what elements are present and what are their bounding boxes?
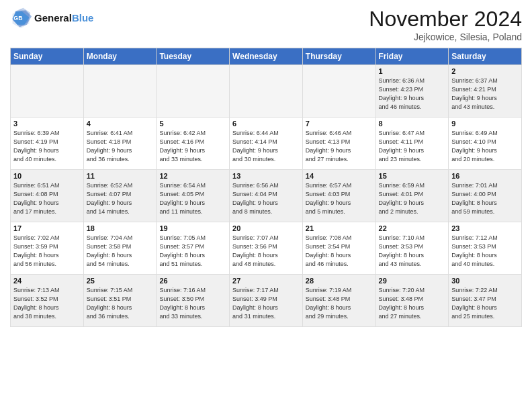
table-row: 28Sunrise: 7:19 AM Sunset: 3:48 PM Dayli… — [302, 275, 375, 327]
col-monday: Monday — [83, 48, 157, 65]
day-number: 20 — [232, 224, 300, 232]
calendar-container: GB GeneralBlue November 2024 Jejkowice, … — [0, 0, 532, 411]
day-number: 15 — [379, 172, 446, 180]
table-row: 2Sunrise: 6:37 AM Sunset: 4:21 PM Daylig… — [449, 65, 522, 118]
table-row: 20Sunrise: 7:07 AM Sunset: 3:56 PM Dayli… — [230, 222, 303, 275]
day-number: 7 — [306, 120, 373, 128]
logo-general: General — [34, 12, 72, 24]
table-row: 22Sunrise: 7:10 AM Sunset: 3:53 PM Dayli… — [375, 222, 449, 275]
day-info: Sunrise: 7:04 AM Sunset: 3:58 PM Dayligh… — [87, 234, 154, 269]
day-info: Sunrise: 6:39 AM Sunset: 4:19 PM Dayligh… — [13, 129, 81, 164]
table-row: 1Sunrise: 6:36 AM Sunset: 4:23 PM Daylig… — [375, 65, 449, 118]
logo: GB GeneralBlue — [10, 7, 93, 28]
day-number: 1 — [379, 67, 446, 75]
table-row: 14Sunrise: 6:57 AM Sunset: 4:03 PM Dayli… — [302, 170, 375, 222]
day-info: Sunrise: 6:56 AM Sunset: 4:04 PM Dayligh… — [232, 181, 300, 216]
table-row: 12Sunrise: 6:54 AM Sunset: 4:05 PM Dayli… — [157, 170, 230, 222]
table-row: 13Sunrise: 6:56 AM Sunset: 4:04 PM Dayli… — [230, 170, 303, 222]
table-row: 10Sunrise: 6:51 AM Sunset: 4:08 PM Dayli… — [11, 170, 84, 222]
col-sunday: Sunday — [11, 48, 84, 65]
calendar-week-row: 3Sunrise: 6:39 AM Sunset: 4:19 PM Daylig… — [11, 118, 522, 170]
table-row: 18Sunrise: 7:04 AM Sunset: 3:58 PM Dayli… — [83, 222, 157, 275]
day-number: 4 — [87, 120, 154, 128]
calendar-week-row: 1Sunrise: 6:36 AM Sunset: 4:23 PM Daylig… — [11, 65, 522, 118]
table-row: 8Sunrise: 6:47 AM Sunset: 4:11 PM Daylig… — [375, 118, 449, 170]
day-info: Sunrise: 7:05 AM Sunset: 3:57 PM Dayligh… — [159, 234, 226, 269]
day-number: 19 — [159, 224, 226, 232]
table-row: 11Sunrise: 6:52 AM Sunset: 4:07 PM Dayli… — [83, 170, 157, 222]
day-info: Sunrise: 6:47 AM Sunset: 4:11 PM Dayligh… — [379, 129, 446, 164]
table-row: 15Sunrise: 6:59 AM Sunset: 4:01 PM Dayli… — [375, 170, 449, 222]
table-row: 7Sunrise: 6:46 AM Sunset: 4:13 PM Daylig… — [302, 118, 375, 170]
day-number: 5 — [159, 120, 226, 128]
table-row: 3Sunrise: 6:39 AM Sunset: 4:19 PM Daylig… — [11, 118, 84, 170]
day-number: 10 — [13, 172, 81, 180]
table-row: 27Sunrise: 7:17 AM Sunset: 3:49 PM Dayli… — [230, 275, 303, 327]
day-info: Sunrise: 7:17 AM Sunset: 3:49 PM Dayligh… — [232, 286, 300, 321]
day-number: 12 — [159, 172, 226, 180]
day-number: 8 — [379, 120, 446, 128]
table-row: 26Sunrise: 7:16 AM Sunset: 3:50 PM Dayli… — [157, 275, 230, 327]
calendar-table: Sunday Monday Tuesday Wednesday Thursday… — [10, 48, 522, 327]
day-number: 30 — [451, 277, 519, 285]
table-row — [11, 65, 84, 118]
day-info: Sunrise: 7:19 AM Sunset: 3:48 PM Dayligh… — [306, 286, 373, 321]
table-row: 24Sunrise: 7:13 AM Sunset: 3:52 PM Dayli… — [11, 275, 84, 327]
table-row: 21Sunrise: 7:08 AM Sunset: 3:54 PM Dayli… — [302, 222, 375, 275]
title-block: November 2024 Jejkowice, Silesia, Poland — [369, 7, 522, 42]
calendar-header-row: Sunday Monday Tuesday Wednesday Thursday… — [11, 48, 522, 65]
day-info: Sunrise: 7:16 AM Sunset: 3:50 PM Dayligh… — [159, 286, 226, 321]
day-info: Sunrise: 6:57 AM Sunset: 4:03 PM Dayligh… — [306, 181, 373, 216]
day-info: Sunrise: 6:42 AM Sunset: 4:16 PM Dayligh… — [159, 129, 226, 164]
day-number: 6 — [232, 120, 300, 128]
day-number: 16 — [451, 172, 519, 180]
logo-text-block: GeneralBlue — [34, 12, 93, 24]
location: Jejkowice, Silesia, Poland — [369, 32, 522, 42]
day-number: 24 — [13, 277, 81, 285]
day-number: 28 — [306, 277, 373, 285]
table-row — [302, 65, 375, 118]
day-number: 27 — [232, 277, 300, 285]
day-info: Sunrise: 6:44 AM Sunset: 4:14 PM Dayligh… — [232, 129, 300, 164]
day-info: Sunrise: 6:36 AM Sunset: 4:23 PM Dayligh… — [379, 77, 446, 111]
day-info: Sunrise: 6:54 AM Sunset: 4:05 PM Dayligh… — [159, 181, 226, 216]
day-number: 9 — [451, 120, 519, 128]
col-friday: Friday — [375, 48, 449, 65]
day-number: 18 — [87, 224, 154, 232]
day-info: Sunrise: 6:52 AM Sunset: 4:07 PM Dayligh… — [87, 181, 154, 216]
day-info: Sunrise: 7:07 AM Sunset: 3:56 PM Dayligh… — [232, 234, 300, 269]
logo-icon: GB — [10, 7, 32, 28]
day-number: 3 — [13, 120, 81, 128]
day-number: 2 — [451, 67, 519, 75]
table-row: 29Sunrise: 7:20 AM Sunset: 3:48 PM Dayli… — [375, 275, 449, 327]
col-wednesday: Wednesday — [230, 48, 303, 65]
day-number: 22 — [379, 224, 446, 232]
table-row: 25Sunrise: 7:15 AM Sunset: 3:51 PM Dayli… — [83, 275, 157, 327]
day-info: Sunrise: 6:51 AM Sunset: 4:08 PM Dayligh… — [13, 181, 81, 216]
day-info: Sunrise: 7:13 AM Sunset: 3:52 PM Dayligh… — [13, 286, 81, 321]
table-row: 6Sunrise: 6:44 AM Sunset: 4:14 PM Daylig… — [230, 118, 303, 170]
day-info: Sunrise: 6:37 AM Sunset: 4:21 PM Dayligh… — [451, 77, 519, 111]
svg-text:GB: GB — [13, 15, 22, 21]
col-thursday: Thursday — [302, 48, 375, 65]
day-number: 29 — [379, 277, 446, 285]
table-row: 17Sunrise: 7:02 AM Sunset: 3:59 PM Dayli… — [11, 222, 84, 275]
day-info: Sunrise: 6:59 AM Sunset: 4:01 PM Dayligh… — [379, 181, 446, 216]
table-row: 19Sunrise: 7:05 AM Sunset: 3:57 PM Dayli… — [157, 222, 230, 275]
month-title: November 2024 — [369, 7, 522, 32]
calendar-week-row: 17Sunrise: 7:02 AM Sunset: 3:59 PM Dayli… — [11, 222, 522, 275]
day-info: Sunrise: 7:08 AM Sunset: 3:54 PM Dayligh… — [306, 234, 373, 269]
table-row — [157, 65, 230, 118]
day-info: Sunrise: 7:12 AM Sunset: 3:53 PM Dayligh… — [451, 234, 519, 269]
calendar-week-row: 10Sunrise: 6:51 AM Sunset: 4:08 PM Dayli… — [11, 170, 522, 222]
table-row: 9Sunrise: 6:49 AM Sunset: 4:10 PM Daylig… — [449, 118, 522, 170]
day-info: Sunrise: 7:20 AM Sunset: 3:48 PM Dayligh… — [379, 286, 446, 321]
calendar-week-row: 24Sunrise: 7:13 AM Sunset: 3:52 PM Dayli… — [11, 275, 522, 327]
table-row: 4Sunrise: 6:41 AM Sunset: 4:18 PM Daylig… — [83, 118, 157, 170]
logo-blue: Blue — [72, 12, 94, 24]
table-row: 16Sunrise: 7:01 AM Sunset: 4:00 PM Dayli… — [449, 170, 522, 222]
day-number: 11 — [87, 172, 154, 180]
table-row: 5Sunrise: 6:42 AM Sunset: 4:16 PM Daylig… — [157, 118, 230, 170]
table-row — [83, 65, 157, 118]
day-number: 25 — [87, 277, 154, 285]
